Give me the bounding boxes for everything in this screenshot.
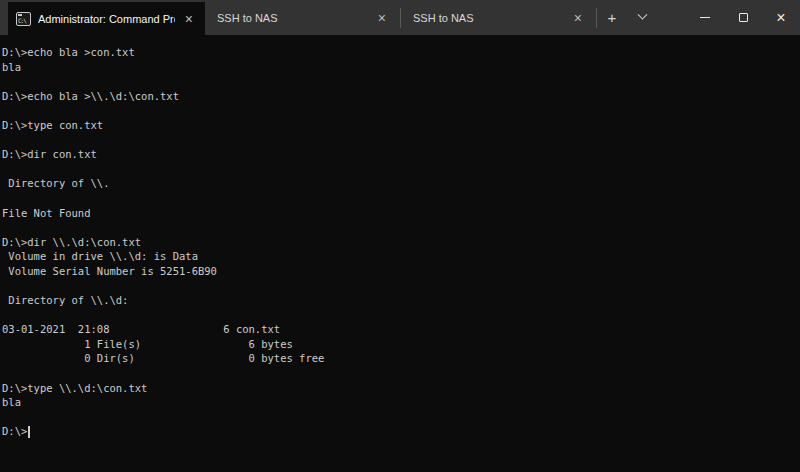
terminal-line: Directory of \\. [2,176,800,191]
terminal-line [2,366,800,381]
terminal-line: 0 Dir(s) 0 bytes free [2,351,800,366]
terminal-line [2,410,800,425]
tab-ssh-to-nas-1[interactable]: SSH to NAS × [205,0,400,35]
terminal-line [2,220,800,235]
terminal-line: File Not Found [2,206,800,221]
terminal-line: D:\>echo bla >\\.\d:\con.txt [2,89,800,104]
cmd-icon: C:\ [16,12,31,26]
cmd-icon-glyph: C:\ [18,17,26,24]
terminal-line: D:\>echo bla >con.txt [2,45,800,60]
tab-admin-command-prompt[interactable]: C:\ Administrator: Command Prompt × [8,2,205,35]
terminal-line [2,308,800,323]
terminal-line [2,74,800,89]
terminal-line [2,191,800,206]
text-cursor-icon [28,426,30,438]
close-icon[interactable]: × [181,11,197,27]
maximize-icon [739,13,748,22]
plus-icon: + [608,9,617,26]
close-icon: × [776,10,785,26]
terminal-prompt-line: D:\> [2,424,800,439]
minimize-button[interactable] [686,0,724,35]
close-button[interactable]: × [762,0,800,35]
terminal-line: D:\>type con.txt [2,118,800,133]
close-icon[interactable]: × [570,10,586,26]
terminal-line [2,279,800,294]
terminal-line: Volume in drive \\.\d: is Data [2,249,800,264]
terminal-line [2,133,800,148]
window-controls: × [686,0,800,35]
tab-title: SSH to NAS [217,12,368,24]
tab-title: Administrator: Command Prompt [38,13,175,25]
terminal-line [2,103,800,118]
minimize-icon [700,17,710,18]
close-icon[interactable]: × [374,10,390,26]
terminal-line: D:\>dir con.txt [2,147,800,162]
terminal-line: D:\>dir \\.\d:\con.txt [2,235,800,250]
titlebar: C:\ Administrator: Command Prompt × SSH … [0,0,800,35]
new-tab-button[interactable]: + [597,0,627,35]
prompt: D:\> [2,424,27,439]
terminal-line: bla [2,60,800,75]
tab-ssh-to-nas-2[interactable]: SSH to NAS × [401,0,596,35]
terminal-line: 03-01-2021 21:08 6 con.txt [2,322,800,337]
tab-title: SSH to NAS [413,12,564,24]
tab-dropdown-button[interactable] [627,0,657,35]
terminal-line: D:\>type \\.\d:\con.txt [2,381,800,396]
terminal-line: Volume Serial Number is 5251-6B90 [2,264,800,279]
terminal-line [2,162,800,177]
terminal[interactable]: D:\>echo bla >con.txt bla D:\>echo bla >… [0,35,800,472]
terminal-line: Directory of \\.\d: [2,293,800,308]
chevron-down-icon [637,10,647,20]
cmd-icon-titlebar [18,14,22,16]
terminal-line: 1 File(s) 6 bytes [2,337,800,352]
terminal-line: bla [2,395,800,410]
maximize-button[interactable] [724,0,762,35]
